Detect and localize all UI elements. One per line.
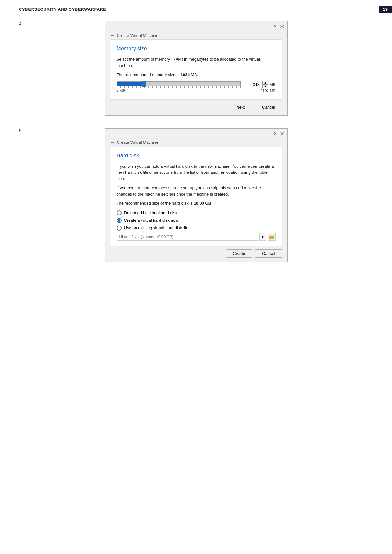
radio-label-no-disk: Do not add a virtual hard disk (124, 210, 178, 215)
folder-icon (269, 235, 274, 239)
page-header: CYBERSECURITY AND CYBERWARFARE (0, 0, 392, 12)
radio-create-now[interactable]: Create a virtual hard disk now (117, 218, 276, 223)
recommended-value: 1024 (181, 72, 190, 77)
close-icon[interactable]: ✕ (280, 23, 284, 30)
dialog-body: Memory size Select the amount of memory … (110, 39, 282, 100)
svg-rect-1 (269, 236, 271, 237)
description2: The recommended memory size is 1024 MB. (117, 72, 276, 78)
spinner-down-button[interactable]: ▼ (262, 85, 268, 88)
memory-slider-container: ▲ ▼ MB 4 MB 8192 MB (117, 81, 276, 93)
step5-number: 5. (19, 128, 23, 133)
file-picker-dropdown[interactable]: ▼ (259, 233, 266, 241)
description1: Select the amount of memory (RAM) in meg… (117, 56, 276, 69)
close-icon-2[interactable]: ✕ (280, 130, 284, 137)
radio-label-create-now: Create a virtual hard disk now (124, 218, 178, 223)
cancel-button[interactable]: Cancel (255, 103, 282, 111)
radio-label-use-existing: Use an existing virtual hard disk file (124, 226, 189, 230)
hard-disk-cancel-button[interactable]: Cancel (255, 249, 282, 258)
slider-track-wrapper (117, 81, 241, 88)
memory-spinner: ▲ ▼ MB (244, 81, 276, 88)
memory-slider-track[interactable] (117, 81, 241, 86)
spinner-buttons: ▲ ▼ (262, 81, 268, 88)
spinner-up-button[interactable]: ▲ (262, 81, 268, 85)
radio-no-disk[interactable]: Do not add a virtual hard disk (117, 210, 276, 215)
radio-circle-use-existing (117, 226, 122, 231)
hard-disk-titlebar: ? ✕ (105, 129, 287, 138)
radio-circle-create-now (117, 218, 122, 223)
radio-circle-no-disk (117, 210, 122, 215)
radio-inner-create-now (118, 219, 120, 222)
hard-disk-dialog-footer: Create Cancel (105, 246, 287, 262)
radio-options-group: Do not add a virtual hard disk Create a … (117, 210, 276, 231)
hard-disk-description2: If you need a more complex storage set-u… (117, 185, 276, 197)
slider-thumb[interactable] (142, 81, 146, 87)
spinner-unit: MB (269, 82, 276, 87)
slider-max-label: 8192 MB (260, 89, 275, 93)
hard-disk-dialog: ? ✕ ← Create Virtual Machine Hard disk I… (105, 128, 288, 262)
section-title: Memory size (117, 45, 276, 52)
hard-disk-description3: The recommended size of the hard disk is… (117, 200, 276, 207)
dialog-footer: Next Cancel (105, 100, 287, 115)
file-picker-input[interactable] (117, 233, 258, 241)
memory-size-dialog: ? ✕ ← Create Virtual Machine Memory size… (105, 21, 288, 116)
file-picker-row: ▼ (117, 233, 276, 241)
hard-disk-description1: If you wish you can add a virtual hard d… (117, 163, 276, 182)
file-picker-browse[interactable] (268, 233, 276, 241)
hard-disk-back-label: Create Virtual Machine (117, 140, 159, 145)
hard-disk-dialog-body: Hard disk If you wish you can add a virt… (110, 147, 282, 246)
radio-use-existing[interactable]: Use an existing virtual hard disk file (117, 226, 276, 231)
back-arrow-icon-2: ← (110, 140, 115, 145)
help-icon[interactable]: ? (273, 24, 276, 29)
back-button[interactable]: ← Create Virtual Machine (105, 31, 287, 39)
slider-ticks (117, 86, 241, 88)
slider-labels: 4 MB 8192 MB (117, 89, 276, 93)
next-button[interactable]: Next (229, 103, 252, 111)
help-icon-2[interactable]: ? (273, 131, 276, 136)
memory-input[interactable] (244, 81, 261, 88)
dialog-back-label: Create Virtual Machine (117, 33, 159, 38)
hard-disk-back-button[interactable]: ← Create Virtual Machine (105, 138, 287, 147)
step4-number: 4. (19, 21, 23, 26)
hard-disk-section-title: Hard disk (117, 153, 276, 159)
page-number: 19 (379, 6, 392, 13)
back-arrow-icon: ← (110, 33, 115, 38)
dialog-titlebar: ? ✕ (105, 21, 287, 31)
create-button[interactable]: Create (226, 249, 252, 258)
slider-min-label: 4 MB (117, 89, 125, 93)
hard-disk-recommended: 10.00 GB (194, 201, 211, 206)
